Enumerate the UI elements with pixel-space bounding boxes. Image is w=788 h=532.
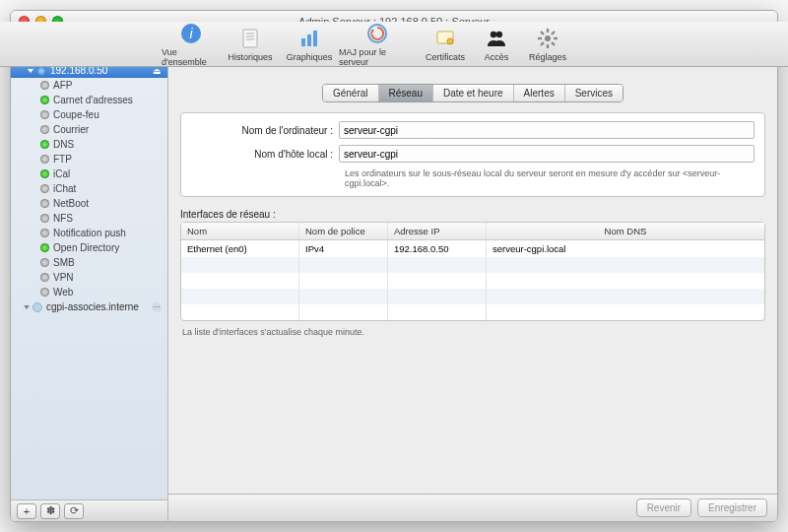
sidebar-service-item[interactable]: Coupe-feu [11, 107, 167, 122]
sidebar-service-item[interactable]: Carnet d'adresses [11, 93, 167, 107]
sidebar-service-item[interactable]: NetBoot [11, 196, 167, 211]
service-label: SMB [53, 257, 75, 268]
svg-point-13 [491, 33, 496, 37]
tb-certs[interactable]: Certificats [416, 33, 475, 62]
group-badge-icon: ⋯ [152, 302, 162, 312]
service-label: Coupe-feu [53, 109, 99, 120]
sidebar-service-item[interactable]: SMB [11, 255, 167, 270]
svg-rect-7 [307, 34, 311, 46]
svg-line-22 [541, 42, 544, 45]
status-dot-icon [40, 140, 49, 149]
tab-services[interactable]: Services [565, 85, 623, 101]
sidebar-service-item[interactable]: Courrier [11, 122, 167, 137]
table-row [181, 257, 764, 273]
interfaces-note: La liste d'interfaces s'actualise chaque… [182, 327, 763, 337]
revert-button[interactable]: Revenir [636, 499, 691, 517]
tb-update[interactable]: MAJ pour le serveur [339, 33, 416, 67]
users-icon [484, 33, 509, 51]
sidebar-service-item[interactable]: Open Directory [11, 240, 167, 255]
group-icon [33, 302, 42, 312]
tb-label: Accès [485, 52, 509, 62]
sidebar-service-item[interactable]: DNS [11, 137, 167, 152]
tab-réseau[interactable]: Réseau [379, 85, 433, 101]
network-panel: Nom de l'ordinateur : Nom d'hôte local :… [180, 112, 765, 197]
th-name[interactable]: Nom [181, 223, 299, 239]
group-label: cgpi-associes.interne [46, 301, 139, 312]
service-label: iChat [53, 183, 76, 194]
tb-label: Historiques [228, 52, 272, 62]
cell-family: IPv4 [299, 240, 388, 257]
status-dot-icon [40, 258, 49, 267]
spacer [168, 343, 777, 494]
server-icon [36, 66, 46, 76]
tab-bar: GénéralRéseauDate et heureAlertesService… [168, 78, 777, 108]
app-window: Admin Serveur : 192.168.0.50 : Serveur ▾… [10, 10, 778, 522]
tb-graphs[interactable]: Graphiques [280, 33, 339, 62]
table-row [181, 304, 764, 320]
tab-segment: GénéralRéseauDate et heureAlertesService… [322, 84, 624, 102]
host-name-input[interactable] [339, 145, 755, 163]
table-row[interactable]: Ethernet (en0) IPv4 192.168.0.50 serveur… [181, 240, 764, 257]
update-icon [364, 33, 390, 46]
service-label: Courrier [53, 124, 89, 135]
tab-général[interactable]: Général [323, 85, 379, 101]
tb-overview[interactable]: i Vue d'ensemble [168, 33, 221, 67]
add-button[interactable]: + [17, 503, 36, 519]
service-label: AFP [53, 80, 72, 91]
status-dot-icon [40, 96, 49, 104]
footer: Revenir Enregistrer [168, 494, 777, 521]
refresh-button[interactable]: ⟳ [64, 503, 84, 519]
status-dot-icon [40, 243, 49, 252]
status-dot-icon [40, 110, 49, 119]
tb-access[interactable]: Accès [475, 33, 518, 62]
status-dot-icon [40, 199, 49, 208]
host-name-hint: Les ordinateurs sur le sous-réseau local… [345, 168, 755, 188]
service-label: FTP [53, 154, 72, 165]
toolbar: i Vue d'ensemble Historiques Graphiques … [168, 33, 777, 67]
chart-icon [296, 33, 322, 51]
sidebar-footer: + ✽ ⟳ [11, 499, 167, 521]
svg-point-15 [545, 35, 551, 41]
save-button[interactable]: Enregistrer [697, 499, 767, 517]
sidebar-service-item[interactable]: VPN [11, 270, 167, 285]
tb-logs[interactable]: Historiques [221, 33, 280, 62]
computer-name-input[interactable] [339, 121, 755, 139]
th-family[interactable]: Nom de police [299, 223, 388, 239]
info-icon: i [178, 33, 204, 46]
svg-rect-6 [301, 38, 305, 46]
service-label: DNS [53, 139, 74, 150]
window-body: ▾ SERVEURS Serveurs disponibles (0) 192.… [11, 33, 777, 521]
sidebar-service-item[interactable]: AFP [11, 78, 167, 93]
cell-ip: 192.168.0.50 [388, 240, 487, 257]
sidebar-service-item[interactable]: FTP [11, 152, 167, 166]
sidebar-service-item[interactable]: NFS [11, 211, 167, 226]
service-label: VPN [53, 272, 74, 283]
interfaces-table: Nom Nom de police Adresse IP Nom DNS Eth… [180, 222, 765, 321]
sidebar-service-item[interactable]: iChat [11, 181, 167, 196]
tab-alertes[interactable]: Alertes [514, 85, 565, 101]
table-row [181, 289, 764, 304]
logs-icon [237, 33, 263, 51]
th-dns[interactable]: Nom DNS [487, 223, 764, 239]
cell-name: Ethernet (en0) [181, 240, 299, 257]
group-row[interactable]: cgpi-associes.interne ⋯ [11, 299, 167, 314]
table-row [181, 273, 764, 289]
tab-date-et-heure[interactable]: Date et heure [433, 85, 514, 101]
services-list: AFPCarnet d'adressesCoupe-feuCourrierDNS… [11, 78, 167, 299]
sidebar: ▾ SERVEURS Serveurs disponibles (0) 192.… [11, 33, 168, 521]
action-button[interactable]: ✽ [40, 503, 60, 519]
sidebar-service-item[interactable]: Web [11, 285, 167, 299]
tb-label: Vue d'ensemble [168, 47, 221, 67]
sidebar-service-item[interactable]: Notification push [11, 226, 167, 240]
service-label: NFS [53, 213, 73, 224]
th-ip[interactable]: Adresse IP [388, 223, 487, 239]
disclosure-open-icon [28, 69, 33, 73]
tb-label: Réglages [529, 52, 566, 62]
status-dot-icon [40, 81, 49, 90]
sidebar-service-item[interactable]: iCal [11, 166, 167, 181]
service-label: Open Directory [53, 242, 119, 253]
host-name-row: Nom d'hôte local : [191, 145, 755, 163]
service-label: Web [53, 287, 73, 298]
status-dot-icon [40, 125, 49, 134]
tb-settings[interactable]: Réglages [518, 33, 577, 62]
